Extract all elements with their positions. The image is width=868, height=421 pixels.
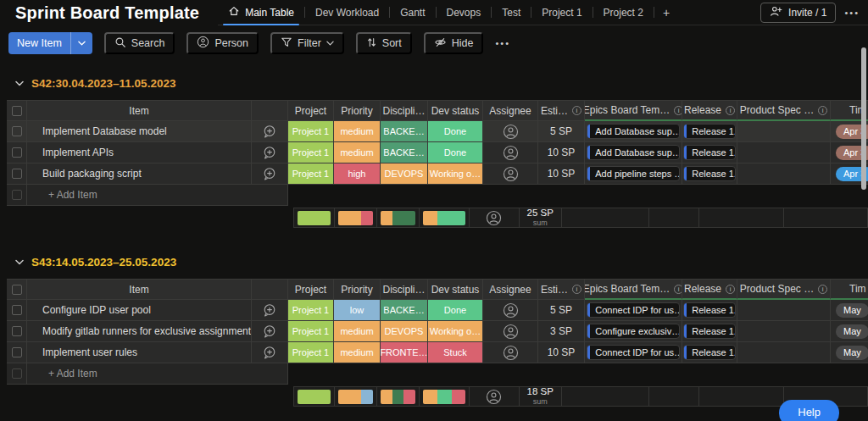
discipline-cell[interactable]: BACKE… (381, 142, 428, 163)
tab-test[interactable]: Test (492, 0, 531, 25)
item-name-cell[interactable]: Configure IDP user pool (27, 300, 252, 321)
vertical-scrollbar[interactable] (861, 47, 866, 190)
assignee-cell[interactable] (483, 121, 538, 142)
new-item-dropdown[interactable] (70, 32, 92, 54)
add-conversation-button[interactable] (252, 142, 288, 163)
new-item-button[interactable]: New Item (8, 32, 92, 54)
estimation-cell[interactable]: 5 SP (538, 300, 585, 321)
column-header-discipline[interactable]: Discipli… (381, 279, 428, 300)
tab-main-table[interactable]: Main Table (218, 0, 304, 25)
row-checkbox[interactable] (7, 321, 27, 342)
project-cell[interactable]: Project 1 (288, 300, 334, 321)
add-item-button[interactable]: + Add Item (27, 363, 288, 385)
column-header-assignee[interactable]: Assignee (483, 100, 538, 121)
add-conversation-button[interactable] (252, 121, 288, 142)
table-row[interactable]: Build packaging script Project 1 high DE… (7, 163, 868, 185)
search-button[interactable]: Search (104, 32, 175, 54)
product-spec-cell[interactable] (737, 142, 831, 163)
item-name-cell[interactable]: Implement APIs (27, 142, 252, 163)
assignee-cell[interactable] (483, 142, 538, 163)
dev-status-cell[interactable]: Working o… (428, 321, 483, 342)
add-tab-button[interactable]: + (654, 6, 678, 19)
column-header-priority[interactable]: Priority (334, 100, 381, 121)
table-row[interactable]: Configure IDP user pool Project 1 low BA… (7, 300, 868, 321)
select-all-checkbox[interactable] (7, 279, 27, 300)
column-header-release[interactable]: Releasei (682, 100, 737, 121)
new-item-label[interactable]: New Item (8, 32, 70, 54)
column-header-item[interactable]: Item (27, 100, 252, 121)
product-spec-cell[interactable] (737, 121, 831, 142)
row-checkbox[interactable] (7, 121, 27, 142)
item-name-cell[interactable]: Build packaging script (27, 163, 252, 185)
epic-link-cell[interactable]: Add Database sup… (585, 121, 682, 142)
timeline-cell[interactable]: May (831, 342, 868, 363)
column-header-timeline[interactable]: Tim (831, 279, 868, 300)
column-header-product-spec[interactable]: Product Spec …i (737, 100, 831, 121)
assignee-cell[interactable] (483, 342, 538, 363)
project-cell[interactable]: Project 1 (288, 321, 334, 342)
product-spec-cell[interactable] (737, 321, 831, 342)
dev-status-cell[interactable]: Done (428, 300, 483, 321)
group-collapse-chevron-icon[interactable] (15, 80, 24, 86)
column-header-item[interactable]: Item (27, 279, 252, 300)
hide-button[interactable]: Hide (424, 32, 484, 54)
priority-cell[interactable]: medium (334, 142, 381, 163)
column-header-assignee[interactable]: Assignee (483, 279, 538, 300)
column-header-project[interactable]: Project (288, 100, 334, 121)
board-more-menu[interactable]: ••• (844, 8, 860, 18)
project-cell[interactable]: Project 1 (288, 342, 334, 363)
discipline-cell[interactable]: BACKE… (381, 121, 428, 142)
dev-status-cell[interactable]: Stuck (428, 342, 483, 363)
project-cell[interactable]: Project 1 (288, 121, 334, 142)
row-checkbox[interactable] (7, 142, 27, 163)
project-cell[interactable]: Project 1 (288, 142, 334, 163)
column-header-dev-status[interactable]: Dev status (428, 100, 483, 121)
help-button[interactable]: Help (779, 400, 839, 421)
timeline-cell[interactable]: May (831, 321, 868, 342)
row-checkbox[interactable] (7, 163, 27, 185)
column-header-estimation[interactable]: Esti…i (538, 100, 585, 121)
select-all-checkbox[interactable] (7, 100, 27, 121)
tab-devops[interactable]: Devops (437, 0, 492, 25)
project-cell[interactable]: Project 1 (288, 163, 334, 185)
dev-status-cell[interactable]: Done (428, 121, 483, 142)
dev-status-cell[interactable]: Working o… (428, 163, 483, 185)
table-row[interactable]: Implement Database model Project 1 mediu… (7, 121, 868, 142)
estimation-cell[interactable]: 5 SP (538, 121, 585, 142)
estimation-cell[interactable]: 3 SP (538, 321, 585, 342)
tab-dev-workload[interactable]: Dev Workload (305, 0, 389, 25)
epic-link-cell[interactable]: Add pipeline steps … (585, 163, 682, 185)
timeline-cell[interactable]: May (831, 300, 868, 321)
release-link-cell[interactable]: Release 1.0 (682, 321, 737, 342)
column-header-product-spec[interactable]: Product Spec …i (737, 279, 831, 300)
epic-link-cell[interactable]: Add Database sup… (585, 142, 682, 163)
person-filter-button[interactable]: Person (186, 32, 259, 54)
add-conversation-button[interactable] (252, 342, 288, 363)
release-link-cell[interactable]: Release 1.1 (682, 300, 737, 321)
group-title[interactable]: S42:30.04.2023–11.05.2023 (31, 77, 175, 90)
table-row[interactable]: Implement user rules Project 1 medium FR… (7, 342, 868, 363)
column-header-discipline[interactable]: Discipli… (381, 100, 428, 121)
epic-link-cell[interactable]: Connect IDP for us… (585, 300, 682, 321)
assignee-cell[interactable] (483, 163, 538, 185)
product-spec-cell[interactable] (737, 163, 831, 185)
column-header-priority[interactable]: Priority (334, 279, 381, 300)
priority-cell[interactable]: medium (334, 121, 381, 142)
release-link-cell[interactable]: Release 1.0 (682, 142, 737, 163)
discipline-cell[interactable]: FRONTE… (381, 342, 428, 363)
estimation-cell[interactable]: 10 SP (538, 342, 585, 363)
invite-button[interactable]: Invite / 1 (760, 3, 836, 23)
add-conversation-button[interactable] (252, 321, 288, 342)
column-header-release[interactable]: Releasei (682, 279, 737, 300)
release-link-cell[interactable]: Release 1.1 (682, 163, 737, 185)
add-item-button[interactable]: + Add Item (27, 185, 288, 206)
row-checkbox[interactable] (7, 342, 27, 363)
epic-link-cell[interactable]: Configure exclusiv… (585, 321, 682, 342)
tab-project-1[interactable]: Project 1 (531, 0, 592, 25)
assignee-cell[interactable] (483, 300, 538, 321)
filter-button[interactable]: Filter (270, 32, 344, 54)
priority-cell[interactable]: medium (334, 342, 381, 363)
item-name-cell[interactable]: Implement Database model (27, 121, 252, 142)
toolbar-more-menu[interactable]: ••• (495, 38, 510, 48)
table-row[interactable]: Modify gitlab runners for exclusive assi… (7, 321, 868, 342)
